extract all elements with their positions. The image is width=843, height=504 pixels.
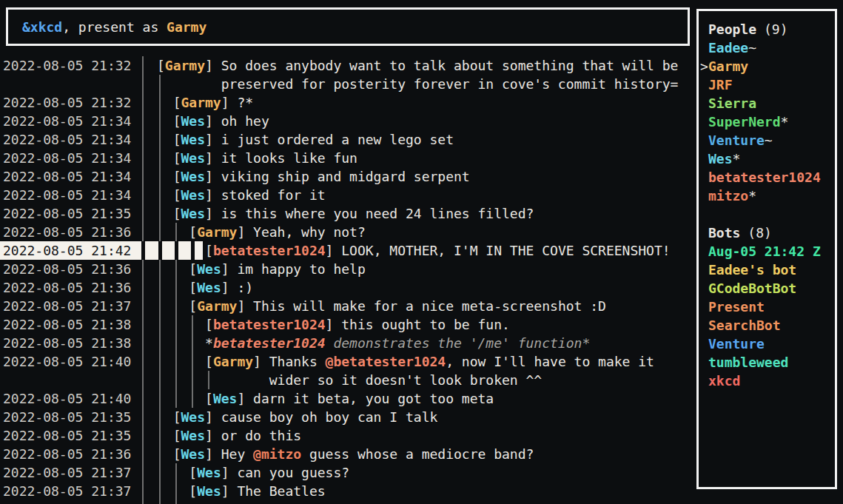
nick: Wes (181, 428, 206, 443)
nick: Wes (181, 187, 206, 203)
nick: Wes (197, 280, 221, 295)
people-list-item[interactable]: SuperNerd* (708, 112, 835, 131)
chat-message-row[interactable]: 2022-08-05 21:37[Wes] can you guess? (0, 463, 696, 482)
chat-message-row[interactable]: 2022-08-05 21:32[Garmy] ?* (0, 93, 696, 112)
chat-message-row[interactable]: 2022-08-05 21:38*betatester1024 demonstr… (0, 334, 696, 352)
text-segment: Hey (221, 446, 253, 462)
text-segment: cause boy oh boy can I talk (221, 409, 438, 425)
chat-message-row[interactable]: 2022-08-05 21:35[Wes] or do this (0, 426, 696, 445)
chat-message-row[interactable]: 2022-08-05 21:34[Wes] viking ship and mi… (0, 167, 696, 186)
message-content: [Wes] cause boy oh boy can I talk (173, 408, 438, 426)
bots-list-item[interactable]: GCodeBotBot (708, 279, 835, 298)
chat-message-row[interactable]: 2022-08-05 21:34[Wes] i just ordered a n… (0, 130, 696, 149)
bots-list-item[interactable]: SearchBot (708, 316, 835, 335)
message-content: [Wes] stoked for it (173, 186, 326, 204)
text-segment: ] (205, 132, 221, 147)
chat-wrap-row[interactable]: wider so it doesn't look broken ^^ (0, 371, 696, 389)
people-list-item[interactable]: betatester1024 (708, 168, 835, 187)
bots-list-item[interactable]: Present (708, 298, 835, 316)
chat-message-row[interactable]: 2022-08-05 21:35[Wes] is this where you … (0, 204, 696, 223)
header-presence-text: , present as (62, 18, 167, 36)
bots-list-item[interactable]: Aug-05 21:42 Z (708, 242, 835, 261)
nick: Wes (181, 132, 206, 147)
text-segment: ] (221, 95, 238, 110)
bots-list-item[interactable]: Venture (708, 335, 835, 353)
chat-message-row[interactable]: 2022-08-05 21:40[Wes] darn it beta, you … (0, 389, 696, 408)
text-segment: ] (237, 224, 253, 240)
message-content: [Wes] it looks like fun (173, 149, 357, 167)
bot-name: SearchBot (708, 317, 781, 333)
people-list-item[interactable]: Sierra (708, 94, 835, 112)
text-segment: oh hey (221, 113, 269, 129)
text-segment: [ (173, 428, 181, 443)
people-list-item[interactable]: Venture~ (708, 131, 835, 149)
message-content: [Wes] is this where you need 24 lines fi… (173, 204, 534, 223)
bots-list-item[interactable]: xkcd (708, 372, 835, 390)
text-segment: ] (205, 206, 221, 221)
chat-wrap-row[interactable]: preserved for posterity forever in cove'… (0, 75, 696, 93)
channel-header: &xkcd, present as Garmy (6, 7, 690, 46)
text-segment: ] (253, 354, 269, 369)
chat-message-row[interactable]: 2022-08-05 21:36[Wes] Hey @mitzo guess w… (0, 445, 696, 463)
chat-message-row[interactable]: 2022-08-05 21:37[Garmy] This will make f… (0, 297, 696, 315)
nick: Wes (213, 391, 238, 406)
text-segment: [ (205, 391, 213, 406)
message-timestamp: 2022-08-05 21:37 (3, 482, 131, 500)
chat-message-row[interactable]: 2022-08-05 21:40[Garmy] Thanks @betatest… (0, 352, 696, 371)
text-segment: ] (326, 243, 342, 258)
nick: Wes (197, 261, 221, 277)
text-segment: [ (173, 113, 181, 129)
text-segment: ] (221, 483, 238, 499)
chat-message-row[interactable]: 2022-08-05 21:35[Wes] cause boy oh boy c… (0, 408, 696, 426)
chat-message-row[interactable]: 2022-08-05 21:34[Wes] oh hey (0, 112, 696, 130)
message-content: [Garmy] Thanks @betatester1024, now I'll… (205, 352, 654, 371)
bots-list-item[interactable]: Eadee's bot (708, 261, 835, 279)
text-segment: So does anybody want to talk about somet… (221, 58, 679, 73)
nick: Garmy (197, 224, 237, 240)
message-timestamp: 2022-08-05 21:42 (3, 241, 131, 260)
text-segment: darn it beta, you got too meta (253, 391, 494, 406)
people-list-item[interactable]: JRF (708, 75, 835, 94)
text-segment: [ (189, 280, 197, 295)
chat-message-row[interactable]: 2022-08-05 21:34[Wes] stoked for it (0, 186, 696, 204)
message-content: [Wes] or do this (173, 426, 301, 445)
chat-message-row[interactable]: 2022-08-05 21:37[Wes] The Beatles (0, 482, 696, 500)
bots-title: Bots (708, 225, 740, 241)
text-segment: ] (205, 113, 221, 129)
message-content: [Wes] darn it beta, you got too meta (205, 389, 494, 408)
nick: Garmy (197, 298, 237, 314)
chat-message-row[interactable]: 2022-08-05 21:36[Garmy] Yeah, why not? (0, 223, 696, 241)
people-list-item[interactable]: Eadee~ (708, 38, 835, 57)
nick: Garmy (213, 354, 253, 369)
user-name: Eadee (708, 40, 748, 56)
text-segment: * (205, 335, 213, 351)
chat-message-row[interactable]: 2022-08-05 21:36[Wes] :) (0, 278, 696, 297)
nick: Wes (181, 446, 206, 462)
message-timestamp: 2022-08-05 21:36 (3, 445, 131, 463)
text-segment: ] (221, 465, 238, 480)
people-list-item[interactable]: >Garmy (708, 57, 835, 75)
message-content: [Wes] The Beatles (189, 482, 325, 500)
text-segment: ] (205, 169, 221, 184)
text-segment: it looks like fun (221, 150, 357, 166)
message-timestamp: 2022-08-05 21:32 (3, 93, 131, 112)
chat-message-row[interactable]: 2022-08-05 21:32[Garmy] So does anybody … (0, 56, 696, 75)
user-mode-suffix: * (748, 188, 756, 204)
bots-header: Bots(8) (708, 224, 835, 242)
people-list-item[interactable]: Wes* (708, 149, 835, 168)
chat-message-row[interactable]: 2022-08-05 21:36[Wes] im happy to help (0, 260, 696, 278)
chat-log: 2022-08-05 21:32[Garmy] So does anybody … (0, 56, 696, 504)
bots-list-item[interactable]: tumbleweed (708, 353, 835, 372)
chat-message-row[interactable]: 2022-08-05 21:42[betatester1024] LOOK, M… (0, 241, 696, 260)
nick: @mitzo (253, 446, 301, 462)
chat-message-row[interactable]: 2022-08-05 21:38[betatester1024] this ou… (0, 315, 696, 334)
text-segment: Yeah, why not? (253, 224, 366, 240)
message-content: [Wes] i just ordered a new lego set (173, 130, 454, 149)
people-list-item[interactable]: mitzo* (708, 187, 835, 205)
message-timestamp: 2022-08-05 21:38 (3, 315, 131, 334)
nick: Garmy (181, 95, 221, 110)
text-segment: [ (189, 298, 197, 314)
message-timestamp: 2022-08-05 21:35 (3, 204, 131, 223)
chat-message-row[interactable]: 2022-08-05 21:34[Wes] it looks like fun (0, 149, 696, 167)
text-segment: i just ordered a new lego set (221, 132, 454, 147)
